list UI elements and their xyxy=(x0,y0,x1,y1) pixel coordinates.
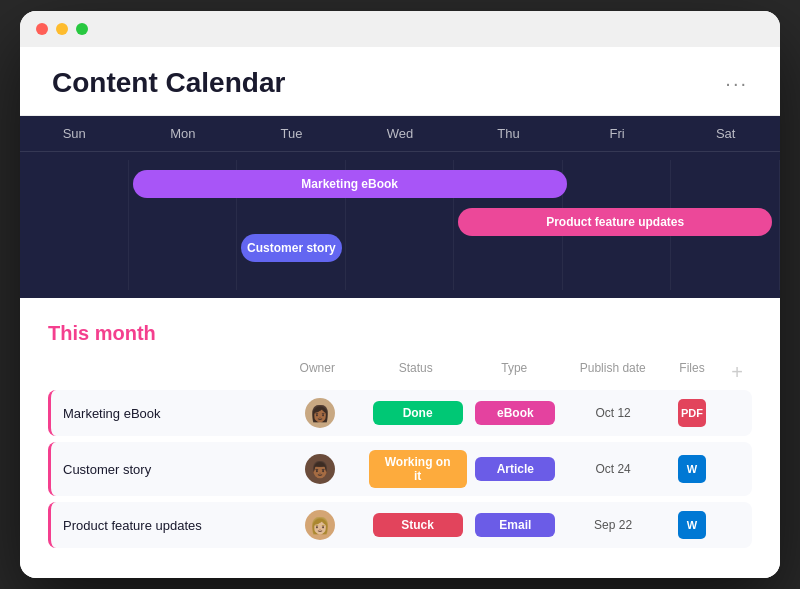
row-file-marketing[interactable]: PDF xyxy=(662,399,722,427)
row-name-customer: Customer story xyxy=(51,462,271,477)
row-date-marketing: Oct 12 xyxy=(564,406,662,420)
cal-cell-0 xyxy=(20,160,129,290)
col-owner-header: Owner xyxy=(268,361,367,384)
row-type-marketing[interactable]: eBook xyxy=(467,401,565,425)
row-status-marketing[interactable]: Done xyxy=(369,401,467,425)
row-file-product[interactable]: W xyxy=(662,511,722,539)
row-name-product: Product feature updates xyxy=(51,518,271,533)
publish-date-customer: Oct 24 xyxy=(595,462,630,476)
content-table: Owner Status Type Publish date Files + M… xyxy=(48,361,752,548)
titlebar xyxy=(20,11,780,47)
row-status-product[interactable]: Stuck xyxy=(369,513,467,537)
day-wed: Wed xyxy=(346,116,455,151)
page-title: Content Calendar xyxy=(52,67,285,99)
avatar-marketing: 👩🏾 xyxy=(305,398,335,428)
row-date-product: Sep 22 xyxy=(564,518,662,532)
row-owner-product: 👩🏼 xyxy=(271,510,369,540)
day-fri: Fri xyxy=(563,116,672,151)
col-status-header: Status xyxy=(367,361,466,384)
maximize-dot[interactable] xyxy=(76,23,88,35)
file-badge-word-customer[interactable]: W xyxy=(678,455,706,483)
publish-date-product: Sep 22 xyxy=(594,518,632,532)
table-header: Owner Status Type Publish date Files + xyxy=(48,361,752,390)
file-badge-word-product[interactable]: W xyxy=(678,511,706,539)
calendar-header: Sun Mon Tue Wed Thu Fri Sat xyxy=(20,116,780,152)
day-tue: Tue xyxy=(237,116,346,151)
avatar-customer: 👨🏾 xyxy=(305,454,335,484)
minimize-dot[interactable] xyxy=(56,23,68,35)
table-section: This month Owner Status Type Publish dat… xyxy=(20,298,780,578)
col-files-header: Files xyxy=(662,361,722,384)
day-sat: Sat xyxy=(671,116,780,151)
col-add-header: + xyxy=(722,361,752,384)
file-badge-pdf[interactable]: PDF xyxy=(678,399,706,427)
calendar: Sun Mon Tue Wed Thu Fri Sat Marketing eB… xyxy=(20,116,780,298)
row-type-customer[interactable]: Article xyxy=(467,457,565,481)
section-label: This month xyxy=(48,322,752,345)
publish-date-marketing: Oct 12 xyxy=(595,406,630,420)
cal-cell-4 xyxy=(454,160,563,290)
row-type-product[interactable]: Email xyxy=(467,513,565,537)
cal-cell-6 xyxy=(671,160,780,290)
status-badge-working[interactable]: Working on it xyxy=(369,450,467,488)
row-owner-customer: 👨🏾 xyxy=(271,454,369,484)
avatar-product: 👩🏼 xyxy=(305,510,335,540)
day-sun: Sun xyxy=(20,116,129,151)
status-badge-stuck[interactable]: Stuck xyxy=(373,513,463,537)
row-owner-marketing: 👩🏾 xyxy=(271,398,369,428)
table-row: Marketing eBook 👩🏾 Done eBook Oct 12 PDF xyxy=(48,390,752,436)
status-badge-done[interactable]: Done xyxy=(373,401,463,425)
table-row: Product feature updates 👩🏼 Stuck Email S… xyxy=(48,502,752,548)
calendar-body: Marketing eBook Product feature updates … xyxy=(20,152,780,298)
more-button[interactable]: ··· xyxy=(725,72,748,95)
col-date-header: Publish date xyxy=(564,361,663,384)
app-window: Content Calendar ··· Sun Mon Tue Wed Thu… xyxy=(20,11,780,578)
row-file-customer[interactable]: W xyxy=(662,455,722,483)
row-status-customer[interactable]: Working on it xyxy=(369,450,467,488)
add-column-button[interactable]: + xyxy=(731,361,743,384)
table-row: Customer story 👨🏾 Working on it Article … xyxy=(48,442,752,496)
cal-cell-1 xyxy=(129,160,238,290)
cal-cell-2 xyxy=(237,160,346,290)
type-badge-ebook[interactable]: eBook xyxy=(475,401,555,425)
cal-cell-5 xyxy=(563,160,672,290)
row-date-customer: Oct 24 xyxy=(564,462,662,476)
header: Content Calendar ··· xyxy=(20,47,780,116)
close-dot[interactable] xyxy=(36,23,48,35)
cal-cell-3 xyxy=(346,160,455,290)
type-badge-email[interactable]: Email xyxy=(475,513,555,537)
col-type-header: Type xyxy=(465,361,564,384)
type-badge-article[interactable]: Article xyxy=(475,457,555,481)
day-mon: Mon xyxy=(129,116,238,151)
day-thu: Thu xyxy=(454,116,563,151)
col-name-header xyxy=(48,361,268,384)
row-name-marketing: Marketing eBook xyxy=(51,406,271,421)
